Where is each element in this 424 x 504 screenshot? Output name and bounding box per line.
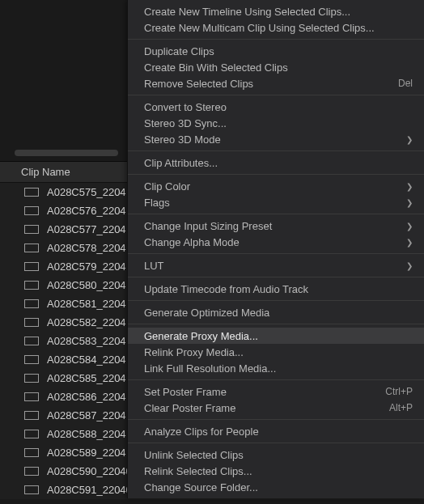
- clip-icon: [24, 337, 39, 345]
- chevron-right-icon: ❯: [406, 198, 413, 207]
- menu-item-label: Relink Proxy Media...: [144, 346, 413, 358]
- menu-item-label: Flags: [144, 197, 400, 209]
- menu-item-label: Clip Color: [144, 180, 400, 193]
- menu-item-label: Update Timecode from Audio Track: [144, 283, 413, 295]
- clip-icon: [24, 355, 39, 364]
- menu-item[interactable]: Link Full Resolution Media...: [128, 360, 424, 376]
- clip-icon: [24, 318, 39, 327]
- menu-item-label: Convert to Stereo: [144, 101, 413, 113]
- menu-item-label: Create New Timeline Using Selected Clips…: [144, 6, 413, 18]
- menu-item[interactable]: Flags❯: [128, 194, 424, 210]
- clip-icon: [24, 392, 39, 401]
- menu-item-label: Analyze Clips for People: [144, 426, 413, 438]
- clip-icon: [24, 485, 39, 494]
- menu-item[interactable]: Update Timecode from Audio Track: [128, 281, 424, 297]
- chevron-right-icon: ❯: [406, 135, 413, 144]
- clip-icon: [24, 206, 39, 215]
- menu-item[interactable]: Set Poster FrameCtrl+P: [128, 383, 424, 400]
- clip-icon: [24, 244, 39, 252]
- menu-item-label: Change Alpha Mode: [144, 236, 400, 248]
- menu-item-shortcut: Alt+P: [389, 402, 413, 413]
- menu-item[interactable]: Relink Proxy Media...: [128, 344, 424, 360]
- menu-separator: [128, 39, 424, 40]
- menu-item-label: LUT: [144, 260, 400, 272]
- menu-separator: [128, 174, 424, 175]
- menu-item-label: Change Source Folder...: [144, 481, 413, 493]
- menu-item-label: Stereo 3D Mode: [144, 133, 400, 146]
- chevron-right-icon: ❯: [406, 182, 413, 191]
- menu-separator: [128, 277, 424, 277]
- menu-item-label: Clip Attributes...: [144, 157, 413, 169]
- menu-separator: [128, 419, 424, 420]
- menu-item-label: Relink Selected Clips...: [144, 465, 413, 477]
- menu-item[interactable]: Analyze Clips for People: [128, 423, 424, 439]
- menu-item-label: Generate Proxy Media...: [144, 330, 413, 342]
- menu-item[interactable]: Change Input Sizing Preset❯: [128, 218, 424, 234]
- menu-item-label: Create Bin With Selected Clips: [144, 61, 413, 74]
- menu-item-label: Change Input Sizing Preset: [144, 220, 400, 232]
- menu-item[interactable]: Stereo 3D Mode❯: [128, 131, 424, 147]
- clip-icon: [24, 281, 39, 290]
- clip-icon: [24, 448, 39, 457]
- menu-item-label: Stereo 3D Sync...: [144, 117, 413, 129]
- clip-icon: [24, 467, 39, 476]
- menu-separator: [128, 150, 424, 151]
- menu-item[interactable]: Clip Attributes...: [128, 155, 424, 171]
- chevron-right-icon: ❯: [406, 238, 413, 247]
- menu-item[interactable]: Change Source Folder...: [128, 479, 424, 495]
- chevron-right-icon: ❯: [406, 261, 413, 270]
- menu-item-shortcut: Ctrl+P: [385, 386, 413, 397]
- clip-icon: [24, 411, 39, 420]
- menu-item[interactable]: Generate Optimized Media: [128, 304, 424, 320]
- menu-item[interactable]: Unlink Selected Clips: [128, 447, 424, 463]
- menu-item[interactable]: Change Alpha Mode❯: [128, 234, 424, 250]
- menu-item-label: Duplicate Clips: [144, 45, 413, 57]
- menu-item[interactable]: Create Bin With Selected Clips: [128, 59, 424, 75]
- menu-separator: [128, 379, 424, 380]
- horizontal-scrollbar[interactable]: [15, 150, 118, 156]
- menu-item[interactable]: Create New Timeline Using Selected Clips…: [128, 3, 424, 19]
- menu-item[interactable]: Relink Selected Clips...: [128, 463, 424, 479]
- menu-item-label: Create New Multicam Clip Using Selected …: [144, 22, 413, 34]
- menu-item-shortcut: Del: [398, 78, 413, 89]
- menu-item-label: Set Poster Frame: [144, 386, 369, 398]
- menu-item[interactable]: LUT❯: [128, 257, 424, 273]
- chevron-right-icon: ❯: [406, 222, 413, 231]
- menu-item[interactable]: Clip Color❯: [128, 178, 424, 194]
- menu-item[interactable]: Duplicate Clips: [128, 43, 424, 59]
- menu-item-label: Remove Selected Clips: [144, 78, 382, 90]
- clip-icon: [24, 430, 39, 438]
- menu-item[interactable]: Generate Proxy Media...: [128, 328, 424, 344]
- menu-separator: [128, 300, 424, 301]
- clip-icon: [24, 188, 39, 197]
- menu-item[interactable]: Remove Selected ClipsDel: [128, 75, 424, 91]
- clip-icon: [24, 374, 39, 383]
- menu-separator: [128, 324, 424, 324]
- menu-separator: [128, 253, 424, 254]
- menu-item-label: Generate Optimized Media: [144, 307, 413, 319]
- column-header-label: Clip Name: [21, 166, 70, 178]
- menu-item-label: Clear Poster Frame: [144, 402, 373, 414]
- context-menu: Create New Timeline Using Selected Clips…: [127, 0, 424, 498]
- menu-item-label: Link Full Resolution Media...: [144, 362, 413, 375]
- menu-item[interactable]: Create New Multicam Clip Using Selected …: [128, 19, 424, 36]
- menu-separator: [128, 443, 424, 443]
- menu-separator: [128, 95, 424, 95]
- menu-item[interactable]: Stereo 3D Sync...: [128, 115, 424, 131]
- clip-icon: [24, 225, 39, 234]
- menu-separator: [128, 214, 424, 214]
- menu-item[interactable]: Clear Poster FrameAlt+P: [128, 400, 424, 416]
- clip-icon: [24, 262, 39, 271]
- clip-icon: [24, 299, 39, 308]
- menu-item[interactable]: Convert to Stereo: [128, 99, 424, 115]
- menu-item-label: Unlink Selected Clips: [144, 449, 413, 461]
